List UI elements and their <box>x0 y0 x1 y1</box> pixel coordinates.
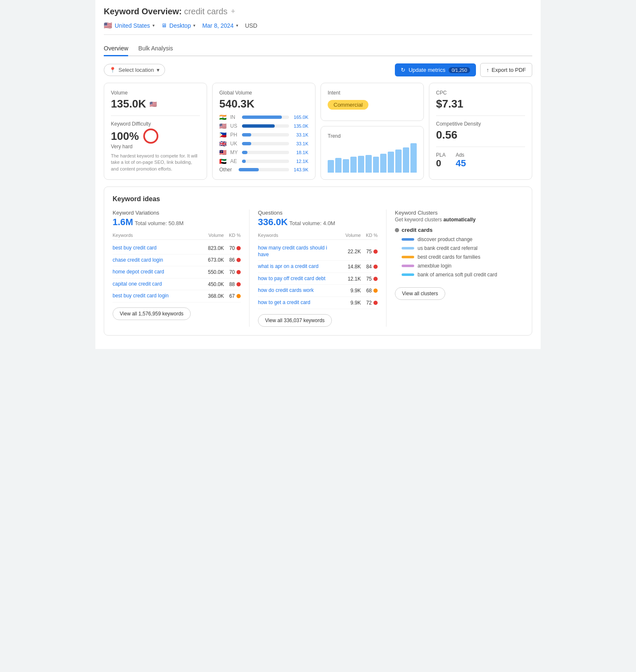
page-title: Keyword Overview: credit cards <box>104 7 228 16</box>
kw-header: Keywords <box>258 233 336 238</box>
variations-column: Keyword Variations 1.6M Total volume: 50… <box>113 210 250 327</box>
view-all-variations-button[interactable]: View all 1,576,959 keywords <box>113 307 191 320</box>
country-volume: 12.1K <box>292 159 308 164</box>
global-volume-label: Global Volume <box>219 90 308 96</box>
keyword-link[interactable]: how to pay off credit card debt <box>258 276 336 282</box>
keyword-row: home depot credit card 550.0K 70 <box>113 266 241 278</box>
update-metrics-button[interactable]: ↻ Update metrics 0/1,250 <box>395 63 476 76</box>
pla-item: PLA 0 <box>436 152 446 169</box>
cluster-dot-icon <box>395 228 399 232</box>
kd-dot-icon <box>373 301 378 305</box>
keyword-difficulty: 86 <box>224 257 241 263</box>
keyword-difficulty: 84 <box>361 264 378 270</box>
volume-label: Volume <box>111 90 200 96</box>
clusters-column: Keyword Clusters Get keyword clusters au… <box>386 210 523 327</box>
clusters-title: Keyword Clusters <box>395 210 523 216</box>
kd-header: KD % <box>361 233 378 238</box>
kd-dot-icon <box>373 289 378 293</box>
country-volume: 135.0K <box>292 123 308 129</box>
intent-trend-column: Intent Commercial Trend <box>321 83 424 180</box>
trend-chart <box>328 143 417 173</box>
keyword-difficulty: 68 <box>361 288 378 294</box>
keyword-row: best buy credit card 823.0K 70 <box>113 242 241 255</box>
keyword-volume: 12.1K <box>336 276 361 282</box>
variations-count: 1.6M <box>113 217 133 227</box>
questions-list: how many credit cards should i have 22.2… <box>258 242 378 309</box>
header: Keyword Overview: credit cards + <box>104 7 532 16</box>
export-label: Export to PDF <box>491 67 526 73</box>
bar-fill <box>242 116 282 119</box>
pla-ads-row: PLA 0 Ads 45 <box>436 152 525 169</box>
view-all-questions-button[interactable]: View all 336,037 keywords <box>258 314 332 327</box>
tab-bulk-analysis[interactable]: Bulk Analysis <box>138 42 173 56</box>
keyword-volume: 14.8K <box>336 264 361 270</box>
comp-density-label: Competitive Density <box>436 121 525 127</box>
pla-value: 0 <box>436 158 446 169</box>
country-label: United States <box>115 22 150 29</box>
desktop-icon: 🖥 <box>161 22 167 29</box>
keyword-volume: 823.0K <box>199 245 224 251</box>
keyword-row: chase credit card login 673.0K 86 <box>113 255 241 267</box>
kd-dot-icon <box>237 270 241 274</box>
kw-header: Keywords <box>113 233 199 238</box>
other-label: Other <box>219 167 236 173</box>
update-count-badge: 0/1,250 <box>449 67 470 73</box>
cpc-value: $7.31 <box>436 97 525 110</box>
select-location-button[interactable]: 📍 Select location ▾ <box>104 64 165 76</box>
keyword-link[interactable]: how do credit cards work <box>258 287 336 294</box>
chevron-down-icon: ▾ <box>157 67 160 73</box>
chevron-down-icon: ▾ <box>152 23 155 28</box>
country-volume: 33.1K <box>292 132 308 137</box>
keyword-link[interactable]: capital one credit card <box>113 281 199 288</box>
country-flag-icon: 🇬🇧 <box>219 140 228 147</box>
trend-bar <box>373 157 379 173</box>
trend-bar <box>410 143 417 173</box>
volume-bar <box>242 116 289 119</box>
questions-count: 336.0K <box>258 217 288 227</box>
volume-bar <box>242 124 289 128</box>
variations-list: best buy credit card 823.0K 70 chase cre… <box>113 242 241 302</box>
cluster-bar-icon <box>402 238 414 241</box>
keyword-row: how do credit cards work 9.9K 68 <box>258 285 378 297</box>
pla-label: PLA <box>436 152 446 158</box>
chevron-down-icon: ▾ <box>236 23 238 28</box>
questions-title: Questions <box>258 210 378 216</box>
keyword-row: how to get a credit card 9.9K 72 <box>258 297 378 309</box>
cluster-bar-icon <box>402 265 414 267</box>
country-volume: 18.1K <box>292 150 308 155</box>
cluster-item: us bank credit card referral <box>395 245 523 251</box>
keyword-link[interactable]: best buy credit card login <box>113 293 199 299</box>
comp-density-value: 0.56 <box>436 129 525 142</box>
trend-bar <box>343 159 349 173</box>
country-code: IN <box>230 114 239 120</box>
device-filter[interactable]: 🖥 Desktop ▾ <box>161 22 195 29</box>
other-row: Other 143.9K <box>219 167 308 173</box>
keyword-link[interactable]: home depot credit card <box>113 269 199 276</box>
export-pdf-button[interactable]: ↑ Export to PDF <box>480 63 532 77</box>
keyword-link[interactable]: chase credit card login <box>113 257 199 264</box>
bar-fill <box>242 151 247 154</box>
variations-total: Total volume: 50.8M <box>135 220 184 226</box>
keyword-link[interactable]: best buy credit card <box>113 245 199 252</box>
trend-bar <box>403 147 409 173</box>
add-keyword-icon[interactable]: + <box>231 7 236 16</box>
vol-header: Volume <box>199 233 224 238</box>
kd-value: 100% <box>111 130 139 143</box>
view-all-clusters-button[interactable]: View all clusters <box>395 287 445 300</box>
date-filter[interactable]: Mar 8, 2024 ▾ <box>202 22 238 29</box>
keyword-ideas-section: Keyword ideas Keyword Variations 1.6M To… <box>104 186 532 336</box>
keyword-link[interactable]: what is apr on a credit card <box>258 263 336 270</box>
trend-bar <box>388 152 394 173</box>
location-icon: 📍 <box>109 67 116 73</box>
keyword-row: how to pay off credit card debt 12.1K 75 <box>258 273 378 285</box>
trend-bar <box>358 156 364 173</box>
tab-overview[interactable]: Overview <box>104 42 128 56</box>
keyword-row: how many credit cards should i have 22.2… <box>258 242 378 261</box>
chevron-down-icon: ▾ <box>193 23 195 28</box>
keyword-link[interactable]: how to get a credit card <box>258 299 336 306</box>
keyword-link[interactable]: how many credit cards should i have <box>258 245 336 258</box>
country-flag-icon: 🇵🇭 <box>219 131 228 138</box>
country-filter[interactable]: 🇺🇸 United States ▾ <box>104 21 155 29</box>
trend-bar <box>328 160 334 173</box>
keyword-volume: 550.0K <box>199 269 224 275</box>
